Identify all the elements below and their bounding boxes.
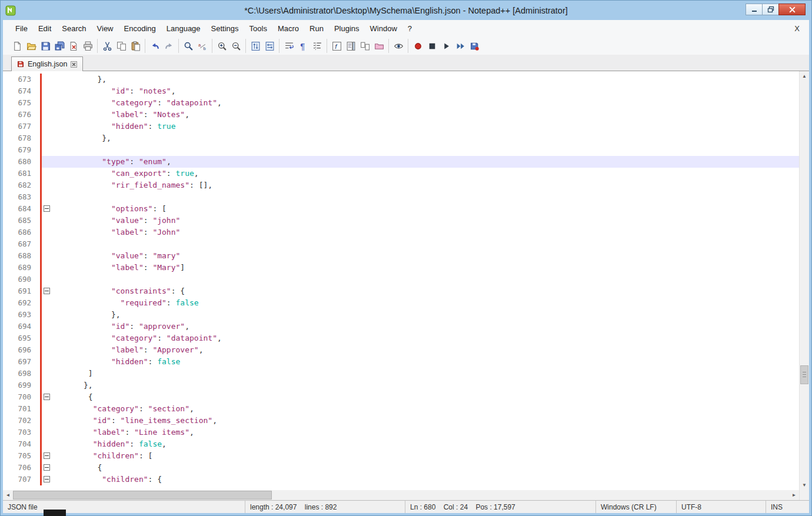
replace-button[interactable]: ab [195, 39, 209, 53]
code-line-text[interactable]: "label": "Line items", [52, 427, 799, 438]
fold-margin[interactable] [42, 403, 52, 415]
macro-play-button[interactable] [439, 39, 453, 53]
menu-item-window[interactable]: Window [365, 22, 402, 35]
fold-margin[interactable] [42, 462, 52, 474]
code-line-text[interactable] [52, 238, 799, 250]
code-line-text[interactable]: "id": "notes", [52, 85, 799, 97]
fold-margin[interactable] [42, 474, 52, 485]
code-line-text[interactable]: "category": "datapoint", [52, 332, 799, 344]
code-line-text[interactable]: { [52, 462, 799, 474]
fold-margin[interactable] [42, 97, 52, 109]
fold-margin[interactable] [42, 356, 52, 368]
code-line-text[interactable]: }, [52, 132, 799, 144]
print-button[interactable] [81, 39, 95, 53]
macro-save-button[interactable] [467, 39, 481, 53]
code-line-text[interactable]: "options": [ [52, 203, 799, 215]
line-number[interactable]: 707 [3, 474, 37, 485]
line-number[interactable]: 704 [3, 438, 37, 450]
code-line-text[interactable]: "required": false [52, 297, 799, 309]
line-number[interactable]: 687 [3, 238, 37, 250]
scroll-right-arrow[interactable]: ► [789, 490, 799, 500]
fold-margin[interactable] [42, 215, 52, 227]
find-button[interactable] [181, 39, 195, 53]
line-number[interactable]: 696 [3, 344, 37, 356]
horizontal-scrollbar-thumb[interactable] [13, 491, 272, 500]
menu-item-settings[interactable]: Settings [206, 22, 244, 35]
line-number[interactable]: 692 [3, 297, 37, 309]
code-line-text[interactable]: "id": "approver", [52, 321, 799, 332]
line-number[interactable]: 681 [3, 168, 37, 179]
code-line-text[interactable]: "children": [ [52, 450, 799, 462]
menu-item-file[interactable]: File [10, 22, 33, 35]
fold-margin[interactable] [42, 238, 52, 250]
fold-collapse-icon[interactable] [44, 476, 50, 482]
word-wrap-button[interactable] [282, 39, 296, 53]
line-number[interactable]: 689 [3, 262, 37, 274]
line-number[interactable]: 705 [3, 450, 37, 462]
document-map-button[interactable] [344, 39, 358, 53]
code-line-text[interactable]: "type": "enum", [52, 156, 799, 168]
code-line-text[interactable]: "category": "section", [52, 403, 799, 415]
menu-item-plugins[interactable]: Plugins [329, 22, 365, 35]
line-number[interactable]: 691 [3, 285, 37, 297]
fold-margin[interactable] [42, 132, 52, 144]
folder-as-workspace-button[interactable] [372, 39, 386, 53]
code-line-text[interactable]: }, [52, 379, 799, 391]
monitoring-eye-button[interactable] [391, 39, 405, 53]
line-number[interactable]: 679 [3, 144, 37, 156]
fold-margin[interactable] [42, 250, 52, 262]
line-number[interactable]: 685 [3, 215, 37, 227]
function-list-button[interactable]: f [330, 39, 344, 53]
code-line-text[interactable] [52, 144, 799, 156]
code-line-text[interactable]: "hidden": true [52, 121, 799, 132]
code-line-text[interactable]: "constraints": { [52, 285, 799, 297]
fold-margin[interactable] [42, 168, 52, 179]
line-number[interactable]: 673 [3, 74, 37, 85]
line-number[interactable]: 703 [3, 427, 37, 438]
code-line-text[interactable]: "label": "Mary"] [52, 262, 799, 274]
fold-margin[interactable] [42, 321, 52, 332]
fold-margin[interactable] [42, 438, 52, 450]
code-line-text[interactable]: "label": "John" [52, 227, 799, 238]
save-all-button[interactable] [52, 39, 66, 53]
status-typing-mode[interactable]: INS [766, 501, 809, 513]
code-line-text[interactable]: "value": "john" [52, 215, 799, 227]
code-line-text[interactable] [52, 191, 799, 203]
line-number[interactable]: 684 [3, 203, 37, 215]
horizontal-scrollbar[interactable]: ◄ ► [3, 490, 799, 500]
fold-margin[interactable] [42, 391, 52, 403]
fold-collapse-icon[interactable] [44, 394, 50, 400]
fold-margin[interactable] [42, 191, 52, 203]
menu-item-help[interactable]: ? [402, 22, 417, 35]
fold-margin[interactable] [42, 227, 52, 238]
code-line-text[interactable]: "value": "mary" [52, 250, 799, 262]
code-line-text[interactable]: "id": "line_items_section", [52, 415, 799, 427]
indent-guide-button[interactable] [310, 39, 324, 53]
fold-collapse-icon[interactable] [44, 205, 50, 212]
fold-margin[interactable] [42, 203, 52, 215]
fold-margin[interactable] [42, 179, 52, 191]
fold-margin[interactable] [42, 415, 52, 427]
status-encoding[interactable]: UTF-8 [677, 501, 766, 513]
code-area[interactable]: 673 },674 "id": "notes",675 "category": … [3, 71, 799, 490]
fold-margin[interactable] [42, 427, 52, 438]
code-line-text[interactable]: "hidden": false [52, 356, 799, 368]
fold-margin[interactable] [42, 309, 52, 321]
fold-margin[interactable] [42, 85, 52, 97]
new-file-button[interactable] [10, 39, 24, 53]
cut-button[interactable] [100, 39, 114, 53]
fold-margin[interactable] [42, 368, 52, 379]
line-number[interactable]: 693 [3, 309, 37, 321]
redo-button[interactable] [162, 39, 176, 53]
undo-button[interactable] [148, 39, 162, 53]
fold-collapse-icon[interactable] [44, 288, 50, 294]
vertical-scrollbar[interactable]: ▲ ▼ [799, 71, 809, 490]
zoom-in-button[interactable] [215, 39, 229, 53]
menu-item-view[interactable]: View [92, 22, 119, 35]
menu-item-run[interactable]: Run [304, 22, 329, 35]
code-line-text[interactable]: "label": "Approver", [52, 344, 799, 356]
line-number[interactable]: 678 [3, 132, 37, 144]
line-number[interactable]: 694 [3, 321, 37, 332]
fold-margin[interactable] [42, 285, 52, 297]
line-number[interactable]: 680 [3, 156, 37, 168]
